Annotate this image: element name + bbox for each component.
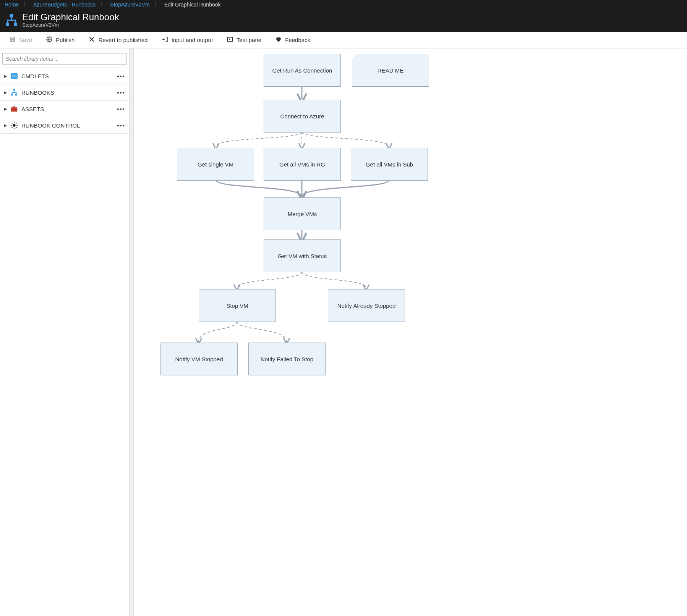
page-header: Edit Graphical Runbook StopAzureV2Vm <box>0 10 687 32</box>
page-title: Edit Graphical Runbook <box>22 12 119 22</box>
assets-icon <box>10 105 18 113</box>
node-notify-failed[interactable]: Notify Failed To Stop <box>248 343 326 375</box>
publish-button[interactable]: Publish <box>44 36 77 44</box>
chevron-right-icon: ▶ <box>4 74 7 79</box>
sidebar: ▶</>CMDLETS•••▶RUNBOOKS•••▶ASSETS•••▶RUN… <box>0 49 130 616</box>
library-item-label: ASSETS <box>21 106 44 112</box>
svg-rect-7 <box>13 89 15 91</box>
search-input[interactable] <box>2 53 127 65</box>
revert-button[interactable]: Revert to published <box>86 36 150 44</box>
chevron-right-icon: 〉 <box>23 2 29 8</box>
more-icon[interactable]: ••• <box>117 106 125 112</box>
library-item-control[interactable]: ▶RUNBOOK CONTROL••• <box>0 117 129 134</box>
more-icon[interactable]: ••• <box>117 122 125 129</box>
svg-rect-9 <box>15 94 18 96</box>
node-notify-already-stopped[interactable]: Notify Already Stopped <box>328 289 405 322</box>
test-label: Test pane <box>237 37 261 43</box>
node-get-run-as[interactable]: Get Run As Connection <box>264 54 341 87</box>
test-icon <box>227 36 233 44</box>
node-connect-azure[interactable]: Connect to Azure <box>264 100 341 133</box>
control-icon <box>10 121 18 129</box>
breadcrumb: Home 〉 AzureBudgets - Runbooks 〉 StopAzu… <box>0 0 687 10</box>
io-label: Input and output <box>172 37 213 43</box>
chevron-right-icon: ▶ <box>4 90 7 95</box>
node-get-vms-sub[interactable]: Get all VMs in Sub <box>351 148 428 181</box>
more-icon[interactable]: ••• <box>117 73 125 79</box>
save-icon <box>9 36 16 44</box>
chevron-right-icon: 〉 <box>100 2 105 8</box>
node-notify-vm-stopped[interactable]: Notify VM Stopped <box>160 343 238 375</box>
node-get-vm-status[interactable]: Get VM with Status <box>264 239 341 272</box>
node-readme[interactable]: READ ME <box>352 54 429 87</box>
library-item-label: RUNBOOKS <box>21 89 54 96</box>
svg-rect-2 <box>14 23 17 26</box>
save-label: Save <box>19 37 32 43</box>
cmdlets-icon: </> <box>10 72 18 80</box>
sidebar-resize-handle[interactable] <box>130 49 134 616</box>
breadcrumb-home[interactable]: Home <box>5 2 19 8</box>
breadcrumb-stopvm[interactable]: StopAzureV2Vm <box>110 2 150 8</box>
library-item-label: RUNBOOK CONTROL <box>21 122 80 129</box>
svg-rect-11 <box>13 107 15 108</box>
more-icon[interactable]: ••• <box>117 89 125 96</box>
library-item-cmdlets[interactable]: ▶</>CMDLETS••• <box>0 68 129 84</box>
node-stop-vm[interactable]: Stop VM <box>199 289 276 322</box>
feedback-icon <box>275 36 282 44</box>
library-item-runbooks[interactable]: ▶RUNBOOKS••• <box>0 84 129 100</box>
breadcrumb-current: Edit Graphical Runbook <box>164 2 221 8</box>
node-merge-vms[interactable]: Merge VMs <box>264 197 341 230</box>
library-item-label: CMDLETS <box>21 73 49 79</box>
publish-label: Publish <box>56 37 75 43</box>
svg-point-12 <box>13 124 15 127</box>
test-button[interactable]: Test pane <box>224 36 264 44</box>
save-button: Save <box>7 36 34 44</box>
toolbar: Save Publish Revert to published Input a… <box>0 32 687 49</box>
svg-rect-10 <box>11 108 18 112</box>
library-item-assets[interactable]: ▶ASSETS••• <box>0 100 129 117</box>
chevron-right-icon: 〉 <box>154 2 160 8</box>
chevron-right-icon: ▶ <box>4 123 7 128</box>
canvas[interactable]: Get Run As Connection READ ME Connect to… <box>134 49 687 616</box>
main-area: ▶</>CMDLETS•••▶RUNBOOKS•••▶ASSETS•••▶RUN… <box>0 49 687 616</box>
svg-rect-0 <box>10 14 13 17</box>
publish-icon <box>46 36 53 44</box>
feedback-label: Feedback <box>285 37 310 43</box>
page-subtitle: StopAzureV2Vm <box>22 22 119 28</box>
io-button[interactable]: Input and output <box>159 36 215 44</box>
svg-rect-8 <box>11 94 13 96</box>
svg-text:</>: </> <box>11 74 16 78</box>
node-get-single-vm[interactable]: Get single VM <box>177 148 254 181</box>
runbooks-icon <box>10 88 18 97</box>
breadcrumb-runbooks[interactable]: AzureBudgets - Runbooks <box>33 2 96 8</box>
node-get-vms-rg[interactable]: Get all VMs in RG <box>264 148 341 181</box>
runbook-icon <box>5 13 18 27</box>
svg-rect-1 <box>6 23 9 26</box>
revert-label: Revert to published <box>98 37 147 43</box>
io-icon <box>162 36 169 44</box>
revert-icon <box>88 36 95 44</box>
feedback-button[interactable]: Feedback <box>273 36 313 44</box>
chevron-right-icon: ▶ <box>4 107 7 112</box>
